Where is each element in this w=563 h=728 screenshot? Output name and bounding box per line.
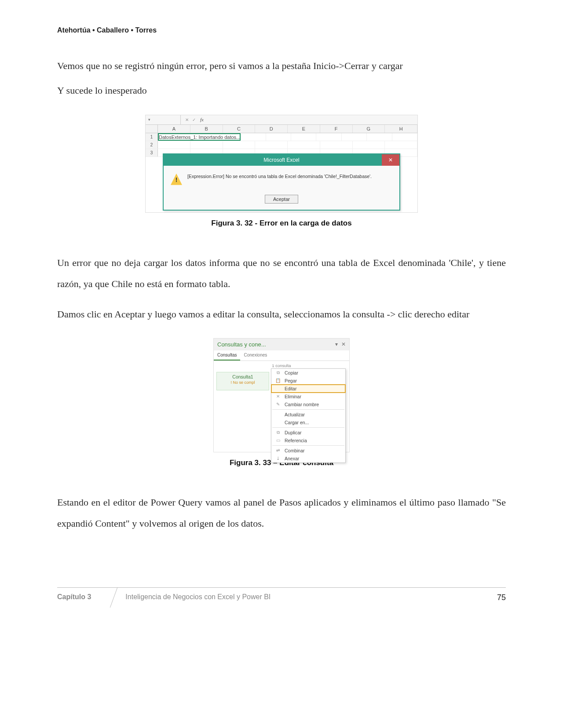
paragraph-5: Estando en el editor de Power Query vamo… xyxy=(57,492,506,535)
name-box-dropdown-icon[interactable]: ▾ xyxy=(148,117,150,122)
excel-screenshot: ▾ ✕ ✓ fx A B C D E F G H 1 DatosExternos… xyxy=(145,115,418,213)
accept-button[interactable]: Aceptar xyxy=(265,195,298,204)
dialog-close-button[interactable]: ✕ xyxy=(382,154,399,166)
col-header[interactable]: G xyxy=(353,125,385,133)
menu-cambiar-nombre[interactable]: ✎Cambiar nombre xyxy=(271,400,345,408)
pane-close-icon[interactable]: ✕ xyxy=(341,341,346,347)
menu-editar[interactable]: Editar xyxy=(271,385,345,393)
enter-icon[interactable]: ✓ xyxy=(190,117,197,122)
col-header[interactable]: C xyxy=(223,125,256,133)
pane-dropdown-icon[interactable]: ▾ xyxy=(335,341,338,347)
pane-tabs: Consultas Conexiones xyxy=(214,350,349,361)
cell-A1[interactable]: DatosExternos_1: Importando datos... xyxy=(158,133,241,141)
query-name: Consulta1 xyxy=(232,374,253,379)
error-dialog: Microsoft Excel ✕ [Expression.Error] No … xyxy=(163,153,400,211)
paragraph-4: Damos clic en Aceptar y luego vamos a ed… xyxy=(57,304,506,325)
chapter-label: Capítulo 3 xyxy=(57,588,101,608)
query-warning: ! No se compl xyxy=(219,380,266,385)
paragraph-2: Y sucede lo inesperado xyxy=(57,80,506,101)
figure-2: Consultas y cone... ▾ ✕ Consultas Conexi… xyxy=(57,338,506,467)
pane-title-bar: Consultas y cone... ▾ ✕ xyxy=(214,339,349,350)
dialog-title-bar: Microsoft Excel ✕ xyxy=(164,154,399,166)
duplicate-icon: ⧉ xyxy=(275,430,281,435)
book-title: Inteligencia de Negocios con Excel y Pow… xyxy=(125,588,497,608)
rename-icon: ✎ xyxy=(275,402,281,407)
menu-eliminar[interactable]: ✕Eliminar xyxy=(271,393,345,400)
page-number: 75 xyxy=(497,588,506,608)
paste-icon: 📋 xyxy=(275,378,281,383)
col-header[interactable]: D xyxy=(255,125,288,133)
menu-referencia[interactable]: ▭Referencia xyxy=(271,437,345,444)
reference-icon: ▭ xyxy=(275,438,281,443)
queries-pane-screenshot: Consultas y cone... ▾ ✕ Consultas Conexi… xyxy=(213,338,350,452)
col-header[interactable]: B xyxy=(190,125,223,133)
figure-1: ▾ ✕ ✓ fx A B C D E F G H 1 DatosExternos… xyxy=(57,115,506,228)
column-headers: A B C D E F G H xyxy=(146,125,417,133)
close-icon: ✕ xyxy=(388,157,393,163)
merge-icon: ⇄ xyxy=(275,448,281,453)
pane-title-text: Consultas y cone... xyxy=(217,341,266,348)
col-header[interactable]: E xyxy=(288,125,320,133)
context-menu: ⧉Copiar 📋Pegar Editar ✕Eliminar ✎Cambiar… xyxy=(271,368,346,463)
append-icon: ⤓ xyxy=(275,456,281,461)
col-header[interactable]: F xyxy=(320,125,353,133)
query-item[interactable]: Consulta1 ! No se compl xyxy=(216,372,269,390)
menu-pegar[interactable]: 📋Pegar xyxy=(271,377,345,385)
col-header[interactable]: A xyxy=(158,125,190,133)
tab-consultas[interactable]: Consultas xyxy=(214,350,240,360)
delete-icon: ✕ xyxy=(275,394,281,399)
copy-icon: ⧉ xyxy=(275,370,281,375)
tab-conexiones[interactable]: Conexiones xyxy=(240,350,271,360)
menu-duplicar[interactable]: ⧉Duplicar xyxy=(271,429,345,437)
col-header[interactable]: H xyxy=(385,125,417,133)
menu-anexar[interactable]: ⤓Anexar xyxy=(271,455,345,462)
dialog-message: [Expression.Error] No se encontró una ta… xyxy=(187,174,372,180)
menu-cargar-en[interactable]: Cargar en... xyxy=(271,419,345,426)
dialog-title-text: Microsoft Excel xyxy=(263,157,299,163)
page-header-authors: Atehortúa • Caballero • Torres xyxy=(57,26,506,34)
figure-1-caption: Figura 3. 32 - Error en la carga de dato… xyxy=(57,219,506,228)
cancel-icon[interactable]: ✕ xyxy=(183,117,190,122)
formula-bar: ▾ ✕ ✓ fx xyxy=(146,115,417,125)
menu-copiar[interactable]: ⧉Copiar xyxy=(271,369,345,377)
menu-actualizar[interactable]: Actualizar xyxy=(271,411,345,419)
paragraph-3: Un error que no deja cargar los datos in… xyxy=(57,252,506,295)
menu-combinar[interactable]: ⇄Combinar xyxy=(271,447,345,455)
page-footer: Capítulo 3 Inteligencia de Negocios con … xyxy=(57,587,506,608)
paragraph-1: Vemos que no se registró ningún error, p… xyxy=(57,55,506,76)
spreadsheet-grid[interactable]: 1 DatosExternos_1: Importando datos... 2… xyxy=(146,133,417,212)
warning-icon xyxy=(171,174,182,185)
fx-icon[interactable]: fx xyxy=(197,117,206,122)
